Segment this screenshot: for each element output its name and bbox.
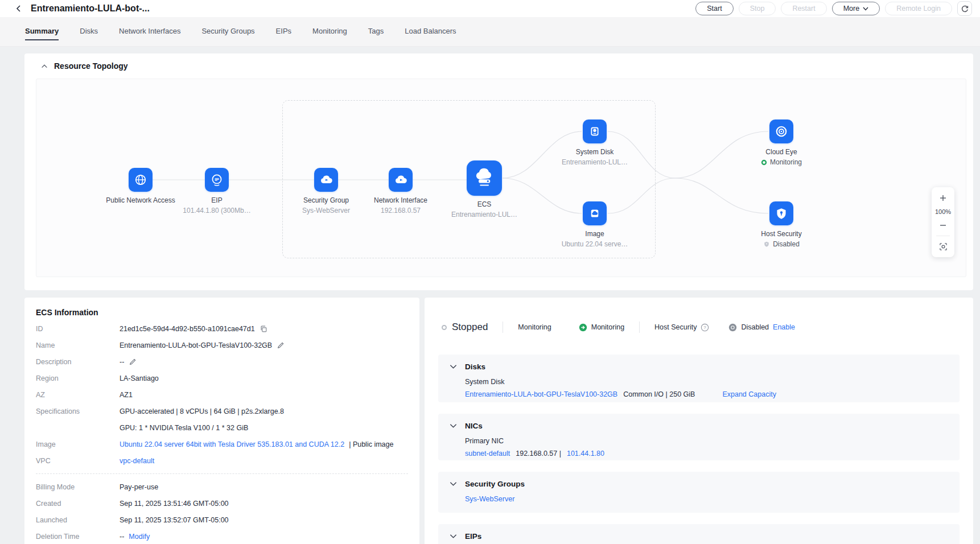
specifications-value: GPU-accelerated | 8 vCPUs | 64 GiB | p2s… bbox=[120, 407, 284, 415]
tab-network-interfaces[interactable]: Network Interfaces bbox=[119, 23, 180, 40]
field-label: Deletion Time bbox=[36, 533, 120, 541]
node-eip: IP EIP 101.44.1.80 (300Mb… bbox=[166, 168, 268, 215]
security-groups-section-header[interactable]: Security Groups bbox=[450, 480, 948, 488]
edit-name-button[interactable] bbox=[277, 341, 285, 349]
zoom-in-button[interactable] bbox=[937, 193, 949, 203]
back-chevron-icon bbox=[14, 4, 23, 13]
help-icon[interactable]: ? bbox=[701, 323, 709, 332]
name-value: Entrenamiento-LULA-bot-GPU-TeslaV100-32G… bbox=[120, 341, 272, 349]
node-host-security-button[interactable] bbox=[769, 201, 793, 225]
node-sublabel: Entrenamiento-LUL… bbox=[451, 211, 517, 219]
node-cloud-eye-button[interactable] bbox=[769, 119, 793, 143]
eips-section: EIPs bbox=[438, 524, 960, 544]
launched-value: Sep 11, 2025 13:52:07 GMT-05:00 bbox=[120, 516, 229, 524]
copy-icon bbox=[260, 325, 267, 333]
field-label: Billing Mode bbox=[36, 483, 120, 491]
info-row-created: Created Sep 11, 2025 13:51:46 GMT-05:00 bbox=[36, 495, 408, 512]
nic-eip-link[interactable]: 101.44.1.80 bbox=[567, 450, 604, 458]
chevron-down-icon bbox=[450, 534, 457, 539]
expand-capacity-link[interactable]: Expand Capacity bbox=[722, 390, 776, 398]
node-label: EIP bbox=[211, 196, 222, 204]
info-row-deletion-time: Deletion Time -- Modify bbox=[36, 528, 408, 544]
system-disk-icon bbox=[587, 124, 602, 139]
fit-screen-button[interactable] bbox=[937, 241, 949, 252]
security-groups-section-title: Security Groups bbox=[465, 480, 525, 488]
minus-icon bbox=[939, 221, 947, 229]
region-value: LA-Santiago bbox=[120, 374, 159, 382]
main-content: Resource Topology bbox=[0, 47, 980, 544]
vpc-link[interactable]: vpc-default bbox=[120, 457, 154, 465]
ecs-cloud-server-icon bbox=[473, 167, 496, 189]
field-label: Description bbox=[36, 358, 120, 366]
eip-ip-icon: IP bbox=[209, 172, 224, 187]
tab-eips[interactable]: EIPs bbox=[276, 23, 291, 40]
remote-login-button[interactable]: Remote Login bbox=[885, 2, 952, 15]
chevron-down-icon bbox=[863, 7, 868, 11]
tab-monitoring[interactable]: Monitoring bbox=[312, 23, 347, 40]
shield-disabled-icon bbox=[763, 241, 770, 248]
private-ip-value: 192.168.0.57 | bbox=[516, 450, 561, 458]
cloud-eye-status-text: Monitoring bbox=[770, 158, 802, 166]
node-ecs-button[interactable] bbox=[467, 160, 502, 196]
node-label: Public Network Access bbox=[106, 196, 175, 204]
field-label: Image bbox=[36, 440, 120, 448]
disks-section: Disks System Disk Entrenamiento-LULA-bot… bbox=[438, 355, 960, 402]
node-sublabel: Sys-WebServer bbox=[302, 207, 350, 215]
copy-id-button[interactable] bbox=[260, 325, 267, 333]
tab-bar: Summary Disks Network Interfaces Securit… bbox=[0, 17, 980, 47]
disks-section-header[interactable]: Disks bbox=[450, 362, 948, 371]
node-label: Image bbox=[585, 230, 604, 238]
security-groups-section: Security Groups Sys-WebServer bbox=[438, 472, 960, 513]
field-label: ID bbox=[36, 325, 120, 333]
ecs-information-title: ECS Information bbox=[36, 308, 408, 317]
created-value: Sep 11, 2025 13:51:46 GMT-05:00 bbox=[120, 500, 229, 508]
restart-button[interactable]: Restart bbox=[781, 2, 826, 15]
collapse-chevron-up-icon[interactable] bbox=[40, 63, 48, 69]
field-label: Launched bbox=[36, 516, 120, 524]
node-label: ECS bbox=[477, 200, 492, 208]
image-link[interactable]: Ubuntu 22.04 server 64bit with Tesla Dri… bbox=[120, 440, 344, 448]
more-button[interactable]: More bbox=[832, 2, 880, 15]
security-group-link[interactable]: Sys-WebServer bbox=[465, 495, 514, 503]
zoom-out-button[interactable] bbox=[937, 220, 949, 230]
node-host-security: Host Security Disabled bbox=[730, 201, 833, 248]
subnet-link[interactable]: subnet-default bbox=[465, 450, 510, 458]
tab-summary[interactable]: Summary bbox=[25, 23, 59, 40]
start-button[interactable]: Start bbox=[695, 2, 733, 15]
stop-button[interactable]: Stop bbox=[739, 2, 776, 15]
modify-deletion-time-link[interactable]: Modify bbox=[129, 533, 150, 541]
globe-icon bbox=[133, 172, 148, 187]
deletion-time-value: -- bbox=[120, 533, 124, 541]
stopped-status-dot-icon bbox=[442, 325, 447, 330]
info-row-specifications-gpu: GPU: 1 * NVIDIA Tesla V100 / 1 * 32 GiB bbox=[36, 419, 408, 436]
refresh-button[interactable] bbox=[957, 1, 972, 16]
tab-disks[interactable]: Disks bbox=[80, 23, 98, 40]
primary-nic-label: Primary NIC bbox=[465, 437, 948, 445]
node-security-group-button[interactable] bbox=[314, 168, 338, 192]
node-public-network-access-button[interactable] bbox=[129, 168, 153, 192]
info-row-launched: Launched Sep 11, 2025 13:52:07 GMT-05:00 bbox=[36, 512, 408, 528]
node-eip-button[interactable]: IP bbox=[205, 168, 229, 192]
field-label: Name bbox=[36, 341, 120, 349]
edit-description-button[interactable] bbox=[129, 358, 137, 366]
image-type-suffix: | Public image bbox=[349, 440, 393, 448]
tab-tags[interactable]: Tags bbox=[368, 23, 384, 40]
enable-host-security-link[interactable]: Enable bbox=[773, 323, 795, 331]
system-disk-link[interactable]: Entrenamiento-LULA-bot-GPU-TeslaV100-32G… bbox=[465, 390, 617, 398]
node-network-interface-button[interactable] bbox=[389, 168, 413, 192]
svg-text:IP: IP bbox=[215, 177, 219, 182]
tab-security-groups[interactable]: Security Groups bbox=[201, 23, 254, 40]
shield-icon bbox=[774, 206, 789, 221]
node-image-button[interactable] bbox=[583, 201, 607, 225]
zoom-panel-divider bbox=[936, 236, 950, 236]
info-row-billing-mode: Billing Mode Pay-per-use bbox=[36, 479, 408, 495]
node-sublabel: Entrenamiento-LUL… bbox=[562, 158, 628, 166]
vertical-divider bbox=[503, 322, 503, 333]
eips-section-header[interactable]: EIPs bbox=[450, 532, 948, 541]
back-button[interactable] bbox=[13, 2, 25, 15]
tab-load-balancers[interactable]: Load Balancers bbox=[405, 23, 456, 40]
node-label: Network Interface bbox=[374, 196, 427, 204]
nics-section-header[interactable]: NICs bbox=[450, 422, 948, 430]
node-system-disk-button[interactable] bbox=[583, 119, 607, 143]
cloud-eye-icon bbox=[774, 124, 789, 139]
